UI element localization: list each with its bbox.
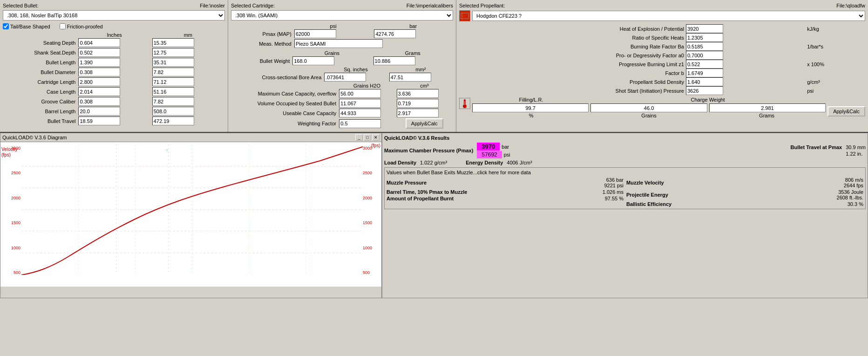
- propellant-apply-btn[interactable]: Apply&Calc: [827, 106, 865, 116]
- proj-energy-ftlbs: 2608 ft.-lbs.: [837, 195, 863, 200]
- bullet-field-row-1: Shank Seat.Depth: [3, 48, 225, 57]
- burning-rate-input[interactable]: [686, 42, 723, 51]
- propellant-dropdown[interactable]: Hodgdon CFE223 ?: [472, 11, 865, 21]
- charge-grains-input[interactable]: [590, 103, 707, 112]
- pmax-results-row: Maximum Chamber Pressure (Pmax) 3970 bar…: [384, 143, 866, 158]
- cartridge-data-table: psi bar Pmax (MAP) Meas. Method: [231, 23, 453, 48]
- pmax-psi-input[interactable]: [294, 29, 336, 38]
- charge-grams-input[interactable]: [709, 103, 826, 112]
- bore-area-mm2[interactable]: [389, 73, 431, 82]
- weighting-input[interactable]: [339, 119, 381, 128]
- prog-burning-row: Progressive Burning Limit z1 x 100%: [459, 60, 865, 68]
- close-btn[interactable]: ✕: [372, 134, 380, 141]
- pmax-bar-input[interactable]: [374, 29, 416, 38]
- max-case-cm3[interactable]: [397, 89, 439, 98]
- propellant-file-label: File:\qloadfw: [836, 3, 865, 8]
- useable-grains[interactable]: [339, 109, 381, 117]
- col-inches-header: Inches: [77, 32, 151, 38]
- muzzle-section-title[interactable]: Values when Bullet Base Exits Muzzle...c…: [387, 170, 863, 175]
- friction-proofed-checkbox-label[interactable]: Friction-proofed: [60, 23, 103, 29]
- bullet-field-row-3: Bullet Diameter: [3, 67, 225, 77]
- bullet-dropdown[interactable]: .308, 168, Nosler BalTip 30168: [3, 10, 225, 21]
- y-ticks-left: 3000 2500 2000 1500 1000 500: [3, 146, 20, 275]
- filling-pct-input[interactable]: [472, 103, 589, 112]
- load-density-value: 1.022 g/cm³: [420, 160, 447, 165]
- pmax-psi-value: 57692: [477, 151, 502, 158]
- bullet-field-row-2: Bullet Length: [3, 57, 225, 67]
- cartridge-panel-header: Selected Cartridge: File:\imperialcalibe…: [231, 3, 453, 8]
- maximize-btn[interactable]: □: [364, 134, 371, 141]
- charge-grams-unit: Grams: [708, 113, 826, 118]
- ballistic-eff-label: Ballistic Efficiency: [626, 201, 671, 207]
- filling-section: Filling/L.R. Charge Weight % Grains Gram…: [472, 97, 826, 118]
- propellant-panel: Selected Propellant: File:\qloadfw Hodgd…: [456, 0, 868, 132]
- heat-explosion-input[interactable]: [686, 24, 723, 33]
- minimize-btn[interactable]: _: [355, 134, 363, 141]
- max-case-grains[interactable]: [339, 89, 381, 98]
- bullet-travel-label: Bullet Travel at Pmax: [791, 144, 842, 150]
- cartridge-dropdown[interactable]: .308 Win. (SAAMI): [231, 10, 453, 21]
- burning-rate-label: Burning Rate Factor Ba: [459, 42, 686, 51]
- ratio-heats-input[interactable]: [686, 33, 723, 42]
- bullet-field-row-4: Cartridge Length: [3, 77, 225, 87]
- friction-proofed-checkbox[interactable]: [60, 23, 66, 29]
- ballistic-eff-row: Ballistic Efficiency 30.3 %: [626, 201, 863, 207]
- bullet-field-row-8: Bullet Travel: [3, 116, 225, 126]
- muzzle-data-grid: Muzzle Pressure 636 bar 9221 psi Barrel …: [387, 177, 863, 207]
- window-buttons: _ □ ✕: [355, 134, 380, 141]
- factor-b-input[interactable]: [686, 68, 723, 77]
- chart-area: Velocity(fps) 3000 2500 2000 1500 1000 5…: [0, 142, 381, 287]
- meas-method-input[interactable]: [294, 39, 383, 48]
- thermometer-row: Filling/L.R. Charge Weight % Grains Gram…: [459, 97, 865, 118]
- useable-row: Useable Case Capacity: [231, 108, 453, 118]
- propellant-props-table: Heat of Explosion / Potential kJ/kg Rati…: [459, 24, 865, 95]
- bullet-weight-grams[interactable]: [373, 56, 415, 65]
- meas-method-label: Meas. Method: [231, 39, 293, 48]
- muzzle-section: Values when Bullet Base Exits Muzzle...c…: [384, 167, 866, 209]
- results-title: QuickLOAD© V.3.6 Results: [384, 135, 866, 141]
- barrel-time-value: 1.026 ms: [603, 189, 624, 195]
- vol-bullet-cm3[interactable]: [397, 99, 439, 108]
- meas-method-row: Meas. Method: [231, 39, 453, 48]
- prog-burning-input[interactable]: [686, 60, 723, 68]
- diagram-panel: QuickLOAD© V.3.6 Diagram _ □ ✕ Velocity(…: [0, 133, 382, 298]
- propellant-panel-header: Selected Propellant: File:\qloadfw: [459, 3, 865, 8]
- cartridge-data-table3: Sq. inches mm² Cross-sectional Bore Area: [231, 67, 453, 82]
- barrel-time-label: Barrel Time, 10% Pmax to Muzzle: [387, 189, 467, 195]
- bullet-file-label: File:\nosler: [200, 3, 225, 8]
- solid-density-unit: g/cm³: [806, 77, 865, 86]
- max-case-row: Maximum Case Capacity, overflow: [231, 89, 453, 98]
- vol-bullet-grains[interactable]: [339, 99, 381, 108]
- degressivity-input[interactable]: [686, 51, 723, 60]
- filling-lr-header: Filling/L.R.: [472, 97, 590, 103]
- shot-start-input[interactable]: [686, 86, 723, 95]
- pmax-row: Pmax (MAP): [231, 29, 453, 39]
- energy-density-value: 4006 J/cm³: [507, 160, 532, 165]
- degressivity-row: Pro- or Degressivity Factor a0: [459, 51, 865, 60]
- tail-base-checkbox-label[interactable]: Tail/Base Shaped: [3, 23, 50, 29]
- svg-rect-0: [461, 13, 468, 19]
- ratio-heats-label: Ratio of Specific Heats: [459, 33, 686, 42]
- bullet-weight-grains[interactable]: [292, 56, 334, 65]
- diagram-title: QuickLOAD© V.3.6 Diagram: [2, 135, 67, 140]
- svg-point-3: [463, 104, 467, 108]
- energy-density-label: Energy Density: [466, 160, 503, 165]
- bore-area-sqin[interactable]: [324, 73, 366, 82]
- col-mm-header: mm: [151, 32, 225, 38]
- bullet-field-row-6: Groove Caliber: [3, 96, 225, 106]
- solid-density-input[interactable]: [686, 77, 723, 86]
- cartridge-apply-btn[interactable]: Apply&Calc: [406, 118, 443, 129]
- bullet-travel-mm: 30.9 mm: [846, 144, 866, 150]
- bullet-dimensions-table: Inches mm Seating Depth Shank Seat.Depth…: [3, 32, 225, 126]
- tail-base-checkbox[interactable]: [3, 23, 9, 29]
- diagram-title-bar: QuickLOAD© V.3.6 Diagram _ □ ✕: [0, 133, 381, 142]
- heat-explosion-row: Heat of Explosion / Potential kJ/kg: [459, 24, 865, 33]
- solid-density-label: Propellant Solid Density: [459, 77, 686, 86]
- density-row: Load Density 1.022 g/cm³ Energy Density …: [384, 160, 866, 165]
- propellant-burnt-label: Amount of Propellant Burnt: [387, 196, 454, 201]
- cartridge-data-table2: Grains Grams Bullet Weight: [231, 50, 453, 66]
- useable-cm3[interactable]: [397, 109, 439, 117]
- bullet-panel: Selected Bullet: File:\nosler .308, 168,…: [0, 0, 228, 132]
- muzzle-pressure-bar: 636 bar: [604, 177, 624, 183]
- heat-explosion-label: Heat of Explosion / Potential: [459, 24, 686, 33]
